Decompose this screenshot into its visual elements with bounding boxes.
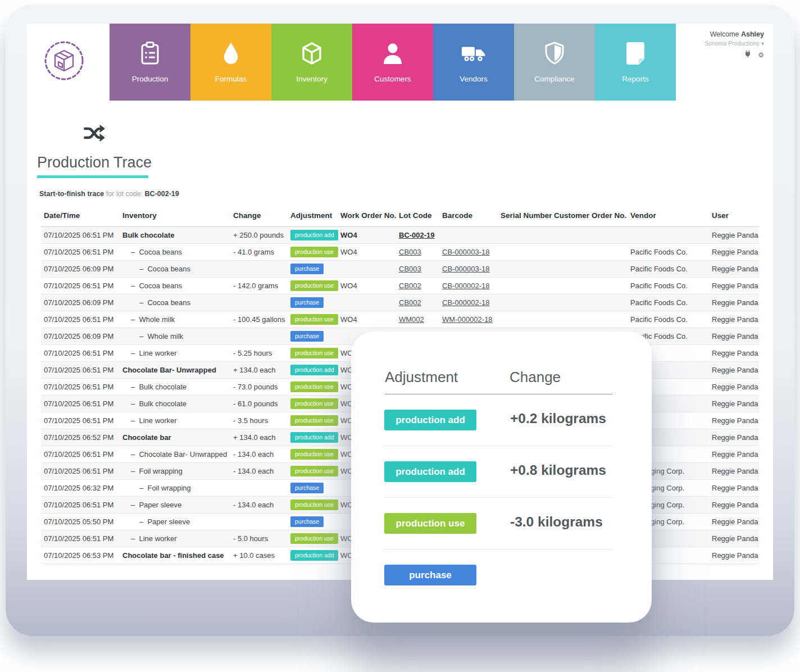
droplet-icon xyxy=(218,41,244,66)
cell-inventory: – Foil wrapping xyxy=(122,463,232,479)
tab-reports[interactable]: Reports xyxy=(595,24,676,101)
cell-datetime: 07/10/2025 06:51 PM xyxy=(44,227,121,243)
tab-inventory[interactable]: Inventory xyxy=(271,24,352,101)
truck-icon xyxy=(461,41,487,66)
cell-user: Reggie Panda xyxy=(712,514,759,530)
adjustment-badge-purchase: purchase xyxy=(290,331,324,342)
tab-vendors[interactable]: Vendors xyxy=(433,24,514,101)
column-header-orderno: Order No. xyxy=(592,211,629,226)
overlay-adjustment-badge-purchase: purchase xyxy=(384,565,476,585)
cell-order-no xyxy=(592,261,629,277)
cell-user: Reggie Panda xyxy=(712,227,759,243)
lot-code-link[interactable]: CB002 xyxy=(399,298,421,307)
cell-adjustment: production use xyxy=(290,379,340,395)
adjustment-badge-use: production use xyxy=(290,382,338,393)
adjustment-badge-use: production use xyxy=(290,314,338,325)
barcode-link[interactable]: WM-000002-18 xyxy=(442,315,493,324)
cell-lot-code: WM002 xyxy=(399,311,441,328)
lot-code-link[interactable]: WM002 xyxy=(399,315,424,324)
overlay-adjustment-badge-add: production add xyxy=(384,461,476,482)
barcode-link[interactable]: CB-000002-18 xyxy=(442,298,490,307)
barcode-link[interactable]: CB-000003-18 xyxy=(442,265,490,273)
column-header-wo: Work Order No. xyxy=(340,211,397,226)
cell-order-no xyxy=(592,227,629,243)
user-area: Welcome Ashley Sonoma Productions ▾ ⚙ xyxy=(704,30,764,60)
cell-adjustment: production use xyxy=(290,412,340,429)
lot-code-link[interactable]: CB002 xyxy=(399,281,421,290)
gear-icon[interactable]: ⚙ xyxy=(758,52,764,58)
barcode-link[interactable]: CB-000003-18 xyxy=(442,248,490,256)
cell-adjustment: production use xyxy=(290,530,340,547)
table-row: 07/10/2025 06:51 PM– Cocoa beans- 41.0 g… xyxy=(41,244,759,261)
lot-code-link[interactable]: CB003 xyxy=(399,265,421,273)
page-title: Production Trace xyxy=(37,154,152,171)
overlay-change-value: +0.8 kilograms xyxy=(510,462,645,478)
cell-adjustment: purchase xyxy=(290,261,340,277)
cell-user: Reggie Panda xyxy=(712,362,759,378)
divider xyxy=(385,446,612,446)
plug-icon[interactable] xyxy=(744,50,751,60)
column-header-vendor: Vendor xyxy=(630,211,711,226)
cell-user: Reggie Panda xyxy=(712,261,759,277)
tab-customers[interactable]: Customers xyxy=(352,24,433,101)
cell-inventory: Chocolate bar xyxy=(122,429,232,446)
cell-change: - 41.0 grams xyxy=(233,244,289,260)
overlay-change-header: Change xyxy=(510,369,561,386)
tab-label: Production xyxy=(132,75,169,83)
cell-adjustment: production use xyxy=(290,396,340,412)
cell-change xyxy=(233,294,289,311)
cell-datetime: 07/10/2025 06:51 PM xyxy=(44,463,121,479)
cell-datetime: 07/10/2025 06:51 PM xyxy=(44,345,121,361)
cell-work-order xyxy=(340,261,397,277)
lot-code-link[interactable]: CB003 xyxy=(399,248,421,256)
cell-inventory: – Cocoa beans xyxy=(122,244,232,260)
cell-datetime: 07/10/2025 05:50 PM xyxy=(44,514,121,530)
cell-change: - 73.0 pounds xyxy=(233,379,289,395)
cell-inventory: Chocolate Bar- Unwrapped xyxy=(122,362,232,378)
cell-barcode xyxy=(442,227,499,243)
cell-datetime: 07/10/2025 06:51 PM xyxy=(44,362,121,378)
barcode-link[interactable]: CB-000002-18 xyxy=(442,281,490,290)
column-header-customer: Customer xyxy=(554,211,590,226)
cell-work-order: WO4 xyxy=(340,278,397,294)
cell-inventory: Bulk chocolate xyxy=(122,227,232,243)
divider xyxy=(385,394,612,394)
cell-inventory: – Foil wrapping xyxy=(122,480,232,496)
tab-production[interactable]: Production xyxy=(110,24,190,101)
column-header-adjust: Adjustment xyxy=(290,211,340,226)
cell-serial-number xyxy=(501,311,552,328)
cell-change: - 134.0 each xyxy=(233,463,289,479)
cell-change: - 5.0 hours xyxy=(233,530,289,547)
cell-change: - 3.5 hours xyxy=(233,412,289,429)
cell-datetime: 07/10/2025 06:52 PM xyxy=(44,429,121,446)
cell-vendor: Pacific Foods Co. xyxy=(630,261,711,277)
table-row: 07/10/2025 06:09 PM– Cocoa beanspurchase… xyxy=(41,294,759,311)
cell-serial-number xyxy=(501,261,552,277)
adjustment-badge-purchase: purchase xyxy=(290,264,324,275)
app-logo[interactable] xyxy=(43,39,85,82)
tab-compliance[interactable]: Compliance xyxy=(514,24,595,101)
cell-vendor: Pacific Foods Co. xyxy=(630,278,711,294)
cell-customer xyxy=(554,227,590,243)
column-header-lot: Lot Code xyxy=(399,211,441,226)
divider xyxy=(385,497,612,498)
cell-datetime: 07/10/2025 06:09 PM xyxy=(44,261,121,277)
table-row: 07/10/2025 06:51 PM– Cocoa beans- 142.0 … xyxy=(41,278,759,294)
column-header-barcode: Barcode xyxy=(442,211,499,226)
tab-formulas[interactable]: Formulas xyxy=(190,24,271,101)
org-dropdown[interactable]: Sonoma Productions ▾ xyxy=(704,40,764,47)
cell-inventory: – Whole milk xyxy=(122,328,232,344)
adjustment-badge-add: production add xyxy=(290,365,338,376)
cell-change: + 134.0 each xyxy=(233,429,289,446)
adjustment-badge-use: production use xyxy=(290,466,338,477)
cell-datetime: 07/10/2025 06:09 PM xyxy=(44,328,121,344)
lot-code-link[interactable]: BC-002-19 xyxy=(399,231,435,239)
cell-customer xyxy=(554,261,590,277)
tab-label: Inventory xyxy=(296,75,328,83)
cell-adjustment: production use xyxy=(290,345,340,361)
cell-datetime: 07/10/2025 06:51 PM xyxy=(44,530,121,547)
cell-adjustment: purchase xyxy=(290,514,340,530)
cell-datetime: 07/10/2025 06:51 PM xyxy=(44,244,121,260)
cell-adjustment: purchase xyxy=(290,328,340,344)
cell-change: + 134.0 each xyxy=(233,362,289,378)
